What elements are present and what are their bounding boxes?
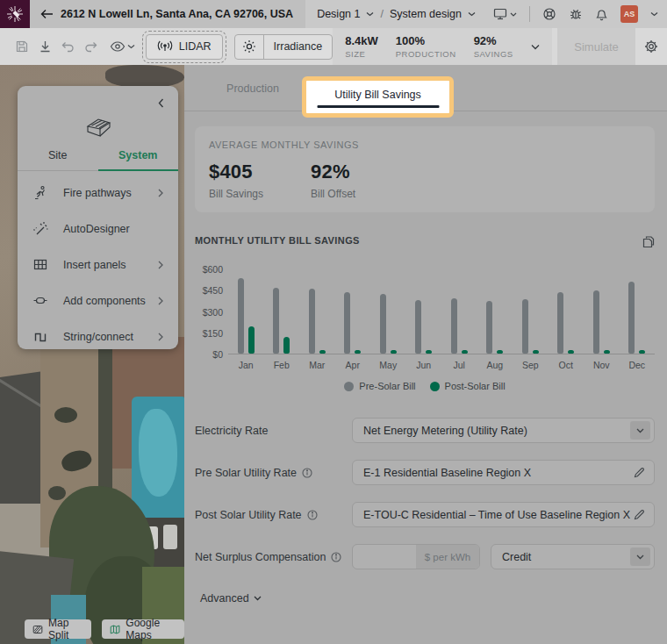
- lidar-signal-icon: [157, 40, 173, 53]
- x-axis-label: Oct: [549, 360, 585, 370]
- bar-group: [620, 269, 656, 354]
- x-axis-label: Nov: [584, 360, 620, 370]
- info-icon[interactable]: [307, 510, 318, 520]
- monitor-icon: [493, 8, 507, 20]
- screen-share-button[interactable]: [493, 8, 517, 20]
- irradiance-button[interactable]: Irradiance: [234, 34, 334, 60]
- starburst-logo-icon: [6, 5, 24, 23]
- simulate-button[interactable]: Simulate: [557, 28, 636, 65]
- pre-solar-rate-field[interactable]: E-1 Residential Baseline Region X: [352, 460, 655, 485]
- stat-production-label: PRODUCTION: [396, 49, 456, 59]
- export-button[interactable]: [33, 39, 56, 54]
- bill-offset-stat: 92% Bill Offset: [311, 161, 355, 200]
- post-solar-rate-label: Post Solar Utility Rate: [195, 509, 302, 521]
- undo-button[interactable]: [56, 40, 79, 53]
- legend-label: Pre-Solar Bill: [359, 381, 415, 391]
- net-surplus-input-box: $ per kWh: [352, 544, 480, 569]
- google-maps-button[interactable]: Google Maps: [102, 619, 184, 639]
- copy-icon[interactable]: [642, 235, 655, 248]
- map-shrubs: [105, 65, 184, 88]
- bar-group: [299, 269, 335, 354]
- sidebar-item-label: Fire pathways: [63, 187, 132, 199]
- bar: [497, 350, 503, 354]
- chevron-down-icon[interactable]: [366, 11, 374, 17]
- net-surplus-input[interactable]: [353, 545, 416, 569]
- help-button[interactable]: [542, 7, 556, 21]
- sidebar-item-add-components[interactable]: Add components: [18, 283, 178, 318]
- x-axis-label: Jan: [228, 360, 264, 370]
- bar-group: [549, 269, 585, 354]
- card-title: AVERAGE MONTHLY SAVINGS: [209, 140, 641, 150]
- bar: [355, 350, 361, 354]
- avatar[interactable]: AS: [620, 5, 638, 23]
- download-icon: [39, 39, 52, 54]
- chevron-down-icon: [630, 547, 650, 566]
- app-logo[interactable]: [0, 0, 30, 28]
- electricity-rate-select[interactable]: Net Energy Metering (Utility Rate): [352, 418, 655, 443]
- bill-savings-stat: $405 Bill Savings: [209, 161, 263, 200]
- map-shrub: [48, 486, 66, 500]
- bar: [557, 292, 563, 354]
- collapse-panel-button[interactable]: [158, 98, 164, 108]
- redo-button[interactable]: [80, 40, 103, 53]
- sidebar-tabs: Site System: [18, 149, 178, 171]
- bill-savings-label: Bill Savings: [209, 188, 263, 200]
- bar-group: [406, 269, 442, 354]
- irradiance-toggle[interactable]: [235, 35, 264, 59]
- topbar-actions: AS: [493, 5, 667, 23]
- visibility-menu-button[interactable]: [110, 41, 135, 52]
- info-icon[interactable]: [331, 552, 341, 562]
- lifebuoy-icon: [542, 7, 556, 21]
- divider: [529, 6, 530, 22]
- bar: [568, 350, 574, 354]
- irradiance-label: Irradiance: [264, 40, 333, 53]
- stats-expand-button[interactable]: [531, 44, 540, 50]
- tab-system[interactable]: System: [98, 149, 179, 170]
- net-surplus-mode-value: Credit: [502, 551, 531, 563]
- post-solar-rate-field[interactable]: E-TOU-C Residential – Time of Use Baseli…: [352, 502, 655, 527]
- bar-group: [477, 269, 513, 354]
- project-address: 2612 N Lowell Ln, Santa Ana, CA 92706, U…: [61, 8, 293, 20]
- bar: [344, 292, 350, 354]
- sidebar-item-insert-panels[interactable]: Insert panels: [18, 247, 178, 283]
- bar: [486, 301, 492, 354]
- sidebar-item-string-connect[interactable]: String/connect: [18, 318, 178, 354]
- lidar-label: LIDAR: [179, 40, 212, 53]
- settings-button[interactable]: [635, 39, 667, 54]
- edit-pencil-icon[interactable]: [634, 509, 645, 520]
- save-icon: [15, 39, 29, 54]
- gear-icon: [644, 39, 658, 54]
- undo-icon: [61, 40, 75, 53]
- monthly-savings-chart-section: MONTHLY UTILITY BILL SAVINGS $600$450$30…: [184, 212, 667, 391]
- highlighted-tab-label: Utility Bill Savings: [334, 89, 421, 101]
- sidebar-item-fire-pathways[interactable]: Fire pathways: [18, 175, 178, 211]
- section-dropdown[interactable]: System design: [390, 8, 462, 20]
- address-bar[interactable]: 2612 N Lowell Ln, Santa Ana, CA 92706, U…: [30, 0, 305, 28]
- bar-group: [584, 269, 620, 354]
- tutorial-highlight-box[interactable]: Utility Bill Savings: [302, 76, 454, 118]
- bar: [283, 337, 290, 354]
- active-tab-indicator: [317, 105, 439, 108]
- map-split-button[interactable]: Map Split: [25, 619, 91, 639]
- lidar-button[interactable]: LIDAR: [146, 34, 223, 60]
- notifications-button[interactable]: [595, 7, 608, 21]
- tab-production[interactable]: Production: [195, 65, 311, 111]
- advanced-toggle[interactable]: Advanced: [200, 592, 655, 605]
- bar-group: [335, 269, 371, 354]
- save-button[interactable]: [11, 39, 33, 54]
- design-dropdown[interactable]: Design 1: [317, 8, 360, 20]
- info-icon[interactable]: [302, 468, 312, 478]
- sidebar-item-label: Insert panels: [63, 259, 126, 271]
- chart-title: MONTHLY UTILITY BILL SAVINGS: [195, 235, 360, 246]
- chart-bars: [228, 269, 655, 354]
- chevron-down-icon[interactable]: [468, 11, 476, 17]
- stat-savings-label: SAVINGS: [474, 49, 513, 59]
- edit-pencil-icon[interactable]: [634, 467, 645, 478]
- fire-pathways-icon: [32, 185, 48, 200]
- sidebar-item-autodesigner[interactable]: AutoDesigner: [18, 211, 178, 247]
- bug-report-button[interactable]: [569, 7, 583, 21]
- tab-site[interactable]: Site: [18, 149, 98, 170]
- chevron-down-icon[interactable]: [650, 11, 658, 17]
- net-surplus-mode-select[interactable]: Credit: [491, 544, 655, 569]
- chevron-right-icon: [158, 297, 163, 305]
